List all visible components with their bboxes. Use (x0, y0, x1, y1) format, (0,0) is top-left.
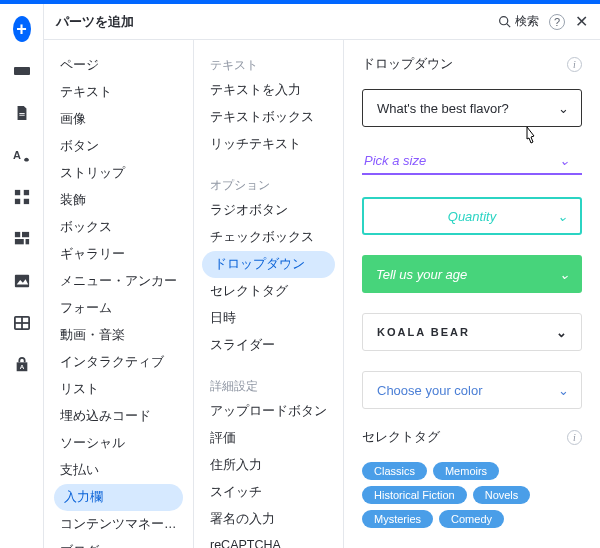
svg-text:A: A (13, 149, 21, 161)
subcategory-item[interactable]: セレクトタグ (194, 278, 343, 305)
group-title: テキスト (194, 52, 343, 77)
dropdown-example-koala[interactable]: KOALA BEAR ⌄ (362, 313, 582, 351)
subcategory-item[interactable]: ドロップダウン (202, 251, 335, 278)
svg-rect-12 (14, 275, 28, 287)
image-icon[interactable] (13, 272, 31, 290)
category-item[interactable]: ブログ (44, 538, 193, 548)
subcategory-item[interactable]: 日時 (194, 305, 343, 332)
subcategory-item[interactable]: テキストを入力 (194, 77, 343, 104)
store-icon[interactable]: A (13, 356, 31, 374)
svg-rect-7 (23, 199, 28, 204)
category-item[interactable]: インタラクティブ (44, 349, 193, 376)
svg-rect-8 (14, 232, 19, 237)
tag-chip[interactable]: Memoirs (433, 462, 499, 480)
category-item[interactable]: 埋め込みコード (44, 403, 193, 430)
subcategory-item[interactable]: ラジオボタン (194, 197, 343, 224)
category-item[interactable]: ギャラリー (44, 241, 193, 268)
category-item[interactable]: ページ (44, 52, 193, 79)
svg-line-19 (507, 24, 510, 27)
top-accent-bar (0, 0, 600, 4)
svg-rect-4 (14, 190, 19, 195)
tag-chip[interactable]: Novels (473, 486, 531, 504)
tag-chip[interactable]: Mysteries (362, 510, 433, 528)
svg-rect-2 (19, 115, 24, 116)
subcategory-item[interactable]: 評価 (194, 425, 343, 452)
cursor-pointer-icon (521, 126, 539, 148)
apps-icon[interactable] (13, 188, 31, 206)
subcategory-item[interactable]: テキストボックス (194, 104, 343, 131)
search-button[interactable]: 検索 (498, 13, 539, 30)
add-panel: パーツを追加 検索 ? ✕ ページテキスト画像ボタンストリップ装飾ボックスギャラ… (44, 4, 600, 548)
svg-rect-9 (22, 232, 29, 237)
category-item[interactable]: メニュー・アンカー (44, 268, 193, 295)
category-item[interactable]: ストリップ (44, 160, 193, 187)
chevron-down-icon: ⌄ (558, 101, 569, 116)
category-item[interactable]: リスト (44, 376, 193, 403)
category-item[interactable]: 入力欄 (54, 484, 183, 511)
dropdown-label: What's the best flavor? (377, 101, 509, 116)
text-style-icon[interactable]: A (13, 146, 31, 164)
category-item[interactable]: ボタン (44, 133, 193, 160)
info-icon[interactable]: i (567, 430, 582, 445)
layout-icon[interactable] (13, 230, 31, 248)
chevron-down-icon: ⌄ (556, 325, 569, 340)
search-label: 検索 (515, 13, 539, 30)
panel-columns: ページテキスト画像ボタンストリップ装飾ボックスギャラリーメニュー・アンカーフォー… (44, 40, 600, 548)
subcategory-item[interactable]: スライダー (194, 332, 343, 359)
panel-header: パーツを追加 検索 ? ✕ (44, 4, 600, 40)
chevron-down-icon: ⌄ (559, 267, 570, 282)
group-title: 詳細設定 (194, 373, 343, 398)
dropdown-label: Tell us your age (376, 267, 467, 282)
dropdown-label: Quantity (448, 209, 496, 224)
subcategory-item[interactable]: 署名の入力 (194, 506, 343, 533)
dropdown-example-flavor[interactable]: What's the best flavor? ⌄ (362, 89, 582, 127)
category-item[interactable]: ボックス (44, 214, 193, 241)
dropdown-example-size[interactable]: Pick a size ⌄ (362, 147, 582, 175)
help-icon[interactable]: ? (549, 14, 565, 30)
category-item[interactable]: テキスト (44, 79, 193, 106)
tag-group: ClassicsMemoirsHistorical FictionNovelsM… (362, 462, 582, 528)
section-title-dropdown: ドロップダウン (362, 56, 453, 73)
preview-pane: ドロップダウン i What's the best flavor? ⌄ Pick… (344, 40, 600, 548)
tag-chip[interactable]: Comedy (439, 510, 504, 528)
category-item[interactable]: 装飾 (44, 187, 193, 214)
close-icon[interactable]: ✕ (575, 12, 588, 31)
svg-rect-0 (14, 67, 30, 75)
dropdown-label: KOALA BEAR (377, 326, 470, 338)
tag-chip[interactable]: Classics (362, 462, 427, 480)
category-item[interactable]: 支払い (44, 457, 193, 484)
plus-icon: + (13, 16, 31, 42)
search-icon (498, 15, 511, 28)
category-item[interactable]: ソーシャル (44, 430, 193, 457)
svg-rect-1 (19, 113, 24, 114)
subcategory-item[interactable]: アップロードボタン (194, 398, 343, 425)
section-title-selecttag: セレクトタグ (362, 429, 440, 446)
svg-rect-5 (23, 190, 28, 195)
subcategory-list: テキストテキストを入力テキストボックスリッチテキストオプションラジオボタンチェッ… (194, 40, 344, 548)
tag-chip[interactable]: Historical Fiction (362, 486, 467, 504)
chevron-down-icon: ⌄ (559, 153, 570, 168)
category-item[interactable]: 画像 (44, 106, 193, 133)
info-icon[interactable]: i (567, 57, 582, 72)
subcategory-item[interactable]: チェックボックス (194, 224, 343, 251)
dropdown-label: Pick a size (364, 153, 426, 168)
subcategory-item[interactable]: reCAPTCHA (194, 533, 343, 548)
dropdown-label: Choose your color (377, 383, 483, 398)
table-icon[interactable] (13, 314, 31, 332)
chevron-down-icon: ⌄ (557, 209, 568, 224)
category-item[interactable]: 動画・音楽 (44, 322, 193, 349)
add-button[interactable]: + (13, 20, 31, 38)
dropdown-example-age[interactable]: Tell us your age ⌄ (362, 255, 582, 293)
category-item[interactable]: フォーム (44, 295, 193, 322)
subcategory-item[interactable]: リッチテキスト (194, 131, 343, 158)
subcategory-item[interactable]: 住所入力 (194, 452, 343, 479)
section-icon[interactable] (13, 62, 31, 80)
dropdown-example-quantity[interactable]: Quantity ⌄ (362, 197, 582, 235)
page-icon[interactable] (13, 104, 31, 122)
category-item[interactable]: コンテンツマネージ... (44, 511, 193, 538)
subcategory-item[interactable]: スイッチ (194, 479, 343, 506)
group-title: オプション (194, 172, 343, 197)
dropdown-example-color[interactable]: Choose your color ⌄ (362, 371, 582, 409)
svg-rect-10 (14, 239, 23, 244)
svg-text:A: A (19, 363, 24, 370)
